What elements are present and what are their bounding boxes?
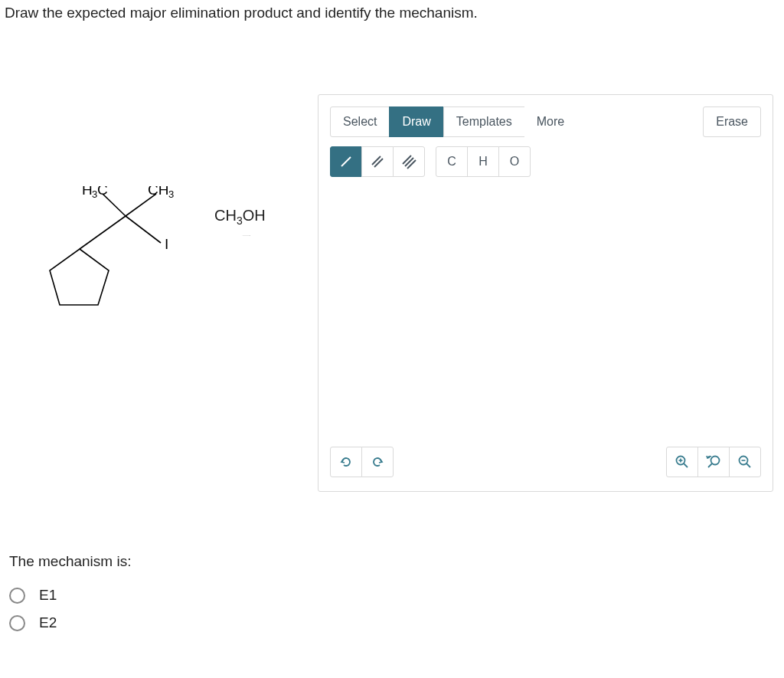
triple-bond-tool[interactable] xyxy=(393,146,425,177)
single-bond-tool[interactable] xyxy=(330,146,362,177)
atom-h-tool[interactable]: H xyxy=(467,146,499,177)
single-bond-icon xyxy=(338,154,354,169)
svg-point-22 xyxy=(711,457,720,465)
svg-marker-0 xyxy=(50,249,109,305)
svg-line-4 xyxy=(126,216,161,243)
drawing-editor: Select Draw Templates More Erase xyxy=(318,94,773,492)
drawing-canvas[interactable] xyxy=(318,186,773,447)
svg-text:CH: CH xyxy=(148,186,168,198)
svg-text:C: C xyxy=(97,186,108,198)
svg-line-16 xyxy=(405,158,413,166)
reagent-label: CH3OH xyxy=(214,207,266,227)
radio-e2[interactable] xyxy=(9,615,25,631)
svg-line-19 xyxy=(684,463,688,467)
reactant-structure: H 3 C CH 3 I xyxy=(0,186,199,324)
svg-line-25 xyxy=(746,463,750,467)
zoom-in-button[interactable] xyxy=(666,447,698,477)
radio-e1[interactable] xyxy=(9,588,25,604)
triple-bond-icon xyxy=(401,154,416,169)
svg-line-17 xyxy=(407,160,416,169)
zoom-reset-button[interactable] xyxy=(697,447,730,477)
reaction-arrow-icon xyxy=(198,235,296,236)
undo-redo-group xyxy=(330,447,394,477)
tab-templates[interactable]: Templates xyxy=(443,106,525,137)
atom-c-tool[interactable]: C xyxy=(436,146,468,177)
tab-erase[interactable]: Erase xyxy=(703,106,761,137)
svg-line-12 xyxy=(341,157,351,166)
tab-draw[interactable]: Draw xyxy=(389,106,443,137)
tab-more[interactable]: More xyxy=(524,106,577,137)
atom-tool-group: C H O xyxy=(436,146,531,177)
svg-line-23 xyxy=(708,463,712,467)
mechanism-question-label: The mechanism is: xyxy=(9,553,784,570)
redo-icon xyxy=(371,455,384,469)
double-bond-icon xyxy=(370,154,385,169)
undo-button[interactable] xyxy=(330,447,362,477)
zoom-reset-icon xyxy=(705,454,722,470)
svg-line-14 xyxy=(374,159,383,167)
svg-line-15 xyxy=(403,156,411,164)
atom-o-tool[interactable]: O xyxy=(498,146,531,177)
radio-e1-label[interactable]: E1 xyxy=(39,587,57,604)
zoom-group xyxy=(666,447,761,477)
svg-line-13 xyxy=(372,156,381,165)
zoom-out-button[interactable] xyxy=(729,447,761,477)
bond-tool-group xyxy=(330,146,425,177)
zoom-out-icon xyxy=(737,454,753,470)
zoom-in-icon xyxy=(675,454,690,470)
question-text: Draw the expected major elimination prod… xyxy=(0,0,784,21)
svg-line-1 xyxy=(80,216,126,249)
reactant-area: H 3 C CH 3 I CH3OH xyxy=(0,21,318,339)
svg-text:H: H xyxy=(82,186,93,198)
radio-e2-label[interactable]: E2 xyxy=(39,614,57,631)
svg-text:3: 3 xyxy=(168,188,174,200)
double-bond-tool[interactable] xyxy=(361,146,394,177)
redo-button[interactable] xyxy=(361,447,394,477)
tab-select[interactable]: Select xyxy=(330,106,390,137)
undo-icon xyxy=(339,455,353,469)
svg-text:I: I xyxy=(165,236,168,252)
editor-toolbar: Select Draw Templates More Erase xyxy=(318,95,773,186)
